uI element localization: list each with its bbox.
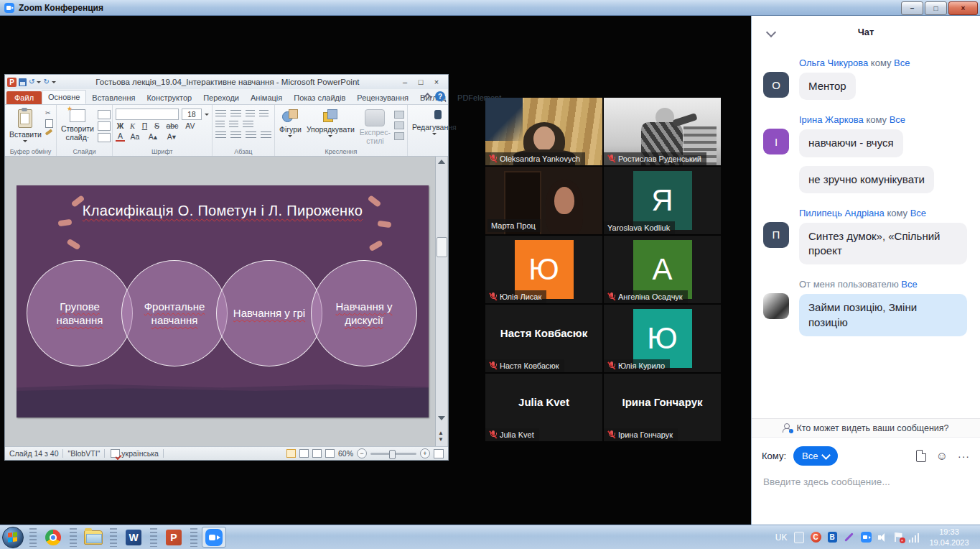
columns-icon[interactable] xyxy=(243,121,253,129)
slide-editor-area[interactable]: Класифікація О. Пометун і Л. Пироженко Г… xyxy=(5,157,448,449)
font-name-select[interactable] xyxy=(116,109,179,120)
privacy-note[interactable]: Кто может видеть ваши сообщения? xyxy=(752,419,980,438)
bluetooth-icon[interactable]: B xyxy=(828,532,837,543)
grow-font-button[interactable]: А▴ xyxy=(145,132,161,142)
save-icon[interactable] xyxy=(19,78,27,86)
arrange-button[interactable]: Упорядкувати xyxy=(305,107,356,147)
scroll-up-icon[interactable] xyxy=(438,160,445,164)
normal-view-button[interactable] xyxy=(286,449,296,458)
increase-indent-icon[interactable] xyxy=(229,121,238,129)
emoji-icon[interactable]: ☺ xyxy=(936,451,948,462)
underline-button[interactable]: П xyxy=(140,121,149,131)
tab-review[interactable]: Рецензування xyxy=(351,91,414,104)
fit-to-window-icon[interactable] xyxy=(434,449,444,458)
layout-icon[interactable] xyxy=(98,110,111,119)
network-signal-icon[interactable] xyxy=(909,532,920,543)
zoom-slider-thumb[interactable] xyxy=(389,450,396,459)
italic-button[interactable]: К xyxy=(128,121,137,131)
taskbar-explorer-button[interactable] xyxy=(81,527,106,548)
action-center-flag-icon[interactable]: × xyxy=(895,532,902,542)
start-button[interactable] xyxy=(2,527,24,548)
participant-tile[interactable]: Я Yaroslava Kodliuk xyxy=(604,167,721,234)
taskbar-clock[interactable]: 19:33 19.04.2023 xyxy=(925,527,973,548)
undo-dropdown-icon[interactable] xyxy=(37,81,41,83)
shapes-dropdown-icon[interactable] xyxy=(288,135,292,137)
recipient[interactable]: Все xyxy=(901,279,917,290)
zoom-slider[interactable] xyxy=(370,453,416,455)
powerpoint-logo-icon[interactable]: P xyxy=(7,78,17,87)
reset-icon[interactable] xyxy=(98,121,111,131)
editing-button[interactable]: Редагування xyxy=(411,107,458,147)
participant-tile[interactable]: Ірина Гончарук Ірина Гончарук xyxy=(604,374,721,441)
language-indicator[interactable]: українська xyxy=(121,449,159,458)
redo-icon[interactable]: ↻ xyxy=(43,78,49,86)
sender-name[interactable]: Пилипець Андріана xyxy=(799,208,885,218)
collapse-ribbon-icon[interactable] xyxy=(423,93,432,102)
spellcheck-icon[interactable] xyxy=(111,449,120,458)
message-input[interactable] xyxy=(762,476,973,488)
shape-fill-icon[interactable] xyxy=(394,111,404,119)
clipboard-tray-icon[interactable] xyxy=(794,532,804,543)
more-options-icon[interactable]: ··· xyxy=(958,451,970,462)
zoom-window-titlebar[interactable]: Zoom Конференция – □ × xyxy=(0,0,980,16)
shrink-font-button[interactable]: А▾ xyxy=(164,132,179,142)
shape-effects-icon[interactable] xyxy=(394,132,404,140)
taskbar-powerpoint-button[interactable]: P xyxy=(162,527,186,548)
shapes-button[interactable]: Фігури xyxy=(278,107,303,147)
sender-name[interactable]: Ольга Чикурова xyxy=(799,57,868,68)
quick-styles-button[interactable]: Експрес-стилі xyxy=(358,107,392,147)
taskbar-word-button[interactable]: W xyxy=(121,527,146,548)
align-right-icon[interactable] xyxy=(246,132,256,139)
recipient-select[interactable]: Все xyxy=(793,446,838,466)
slide-canvas[interactable]: Класифікація О. Пометун і Л. Пироженко Г… xyxy=(17,185,429,417)
taskbar-chrome-button[interactable] xyxy=(41,527,65,548)
speaker-icon[interactable] xyxy=(878,533,888,542)
participant-tile[interactable]: Ростислав Руденський xyxy=(604,98,721,165)
zoom-out-button[interactable]: − xyxy=(357,448,367,458)
ppt-minimize-button[interactable]: – xyxy=(399,78,411,86)
venn-circle-group-learning[interactable]: Групове навчання xyxy=(27,260,133,366)
format-painter-icon[interactable] xyxy=(45,129,52,135)
recipient[interactable]: Все xyxy=(890,114,905,125)
sender-name[interactable]: Ірина Жаркова xyxy=(799,114,864,125)
editing-dropdown-icon[interactable] xyxy=(432,133,437,135)
arrange-dropdown-icon[interactable] xyxy=(328,135,332,137)
chevron-down-icon[interactable] xyxy=(766,27,776,37)
restore-button[interactable]: □ xyxy=(925,1,947,15)
participant-tile[interactable]: Oleksandra Yankovych xyxy=(485,98,602,165)
ccleaner-icon[interactable]: C xyxy=(811,532,821,543)
justify-icon[interactable] xyxy=(261,132,271,139)
powerpoint-titlebar[interactable]: P ↺ ↻ Гостьова лекція_19.04_Інтерактивне… xyxy=(5,75,448,89)
change-case-button[interactable]: Аа xyxy=(128,132,142,142)
help-icon[interactable]: ? xyxy=(435,91,445,101)
participant-tile[interactable]: Ю Юлія Курило xyxy=(604,305,721,372)
participant-tile[interactable]: Julia Kvet Julia Kvet xyxy=(485,374,602,441)
tab-home[interactable]: Основне xyxy=(42,90,86,104)
numbering-icon[interactable] xyxy=(230,110,241,118)
line-spacing-icon[interactable] xyxy=(246,110,255,118)
new-slide-button[interactable]: Створити слайд· xyxy=(60,107,95,147)
section-icon[interactable] xyxy=(98,133,111,142)
venn-circle-frontal-learning[interactable]: Фронтальне навчання xyxy=(121,260,228,366)
ppt-close-button[interactable]: × xyxy=(431,78,442,86)
participant-tile[interactable]: Настя Ковбасюк Настя Ковбасюк xyxy=(485,305,602,372)
font-size-dropdown-icon[interactable] xyxy=(205,114,209,116)
slide-title[interactable]: Класифікація О. Пометун і Л. Пироженко xyxy=(17,203,429,219)
language-indicator[interactable]: UK xyxy=(775,532,788,543)
recipient[interactable]: Все xyxy=(894,57,910,68)
venn-circle-game-learning[interactable]: Навчання у грі xyxy=(216,260,322,366)
vertical-scrollbar[interactable]: ▲▼ xyxy=(435,157,447,449)
powerpoint-window[interactable]: P ↺ ↻ Гостьова лекція_19.04_Інтерактивне… xyxy=(4,74,449,461)
bold-button[interactable]: Ж xyxy=(116,121,125,131)
tab-file[interactable]: Файл xyxy=(6,91,42,104)
zoom-tray-icon[interactable] xyxy=(861,532,872,543)
minimize-button[interactable]: – xyxy=(901,1,923,15)
paste-button[interactable]: Вставити xyxy=(8,107,43,147)
undo-icon[interactable]: ↺ xyxy=(29,78,34,86)
reading-view-button[interactable] xyxy=(312,449,322,458)
zoom-in-button[interactable]: + xyxy=(420,448,430,458)
align-left-icon[interactable] xyxy=(215,132,226,139)
scroll-down-icon[interactable] xyxy=(438,416,445,420)
recipient[interactable]: Все xyxy=(910,208,926,218)
file-attach-icon[interactable] xyxy=(916,450,926,462)
